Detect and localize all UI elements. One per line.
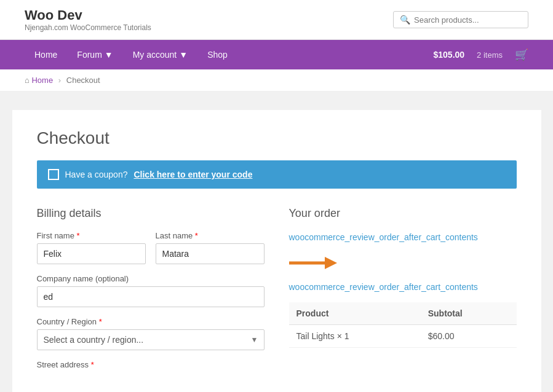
checkout-columns: Billing details First name * Last name * <box>37 207 517 379</box>
last-name-group: Last name * <box>156 231 265 264</box>
name-row: First name * Last name * <box>37 231 265 274</box>
hook-text-1-container: woocommerce_review_order_after_cart_cont… <box>289 231 517 281</box>
nav-left: Home Forum ▼ My account ▼ Shop <box>25 40 237 69</box>
required-star: * <box>77 231 80 240</box>
breadcrumb-separator: › <box>58 76 61 85</box>
chevron-down-icon: ▼ <box>105 50 113 60</box>
nav-item-forum[interactable]: Forum ▼ <box>67 40 122 69</box>
subtotal-cell: $60.00 <box>421 325 517 348</box>
street-label: Street address * <box>37 360 265 369</box>
search-box[interactable]: 🔍 <box>393 11 528 28</box>
last-name-label: Last name * <box>156 231 265 240</box>
site-header: Woo Dev Njengah.com WooCommerce Tutorial… <box>0 0 553 40</box>
coupon-text: Have a coupon? <box>65 170 128 179</box>
coupon-bar: Have a coupon? Click here to enter your … <box>37 160 517 189</box>
cart-icon[interactable]: 🛒 <box>515 48 528 61</box>
cart-total: $105.00 <box>433 50 464 60</box>
billing-section-title: Billing details <box>37 207 265 220</box>
search-input[interactable] <box>414 15 522 25</box>
chevron-down-icon: ▼ <box>179 50 188 60</box>
orange-arrow-icon <box>289 254 338 272</box>
country-group: Country / Region * Select a country / re… <box>37 317 265 350</box>
first-name-input[interactable] <box>37 243 146 264</box>
country-label: Country / Region * <box>37 317 265 326</box>
page-title: Checkout <box>37 128 517 148</box>
breadcrumb-current: Checkout <box>66 76 100 85</box>
required-star: * <box>195 231 198 240</box>
billing-details: Billing details First name * Last name * <box>37 207 265 379</box>
breadcrumb-home-link[interactable]: Home <box>31 76 53 85</box>
required-star: * <box>91 360 94 369</box>
country-select[interactable]: Select a country / region... <box>37 329 265 350</box>
breadcrumb: ⌂ Home › Checkout <box>0 69 553 92</box>
svg-marker-1 <box>325 257 337 269</box>
nav-item-my-account[interactable]: My account ▼ <box>123 40 197 69</box>
coupon-icon <box>48 169 59 180</box>
street-group: Street address * <box>37 360 265 369</box>
company-input[interactable] <box>37 286 265 307</box>
search-icon: 🔍 <box>400 15 410 25</box>
site-branding: Woo Dev Njengah.com WooCommerce Tutorial… <box>25 7 151 32</box>
nav-item-home[interactable]: Home <box>25 40 67 69</box>
last-name-input[interactable] <box>156 243 265 264</box>
home-icon: ⌂ <box>25 76 30 85</box>
site-tagline: Njengah.com WooCommerce Tutorials <box>25 23 151 32</box>
order-table: Product Subtotal Tail Lights × 1 $60.00 <box>289 302 517 348</box>
first-name-group: First name * <box>37 231 146 264</box>
table-row: Tail Lights × 1 $60.00 <box>289 325 517 348</box>
order-details: Your order woocommerce_review_order_afte… <box>289 207 517 379</box>
required-star: * <box>99 317 102 326</box>
product-col-header: Product <box>289 302 421 325</box>
hook-text-1: woocommerce_review_order_after_cart_cont… <box>289 231 478 244</box>
company-label: Company name (optional) <box>37 274 265 283</box>
company-group: Company name (optional) <box>37 274 265 307</box>
subtotal-col-header: Subtotal <box>421 302 517 325</box>
hook-text-2: woocommerce_review_order_after_cart_cont… <box>289 281 517 294</box>
nav-right: $105.00 2 items 🛒 <box>433 48 528 61</box>
product-cell: Tail Lights × 1 <box>289 325 421 348</box>
first-name-label: First name * <box>37 231 146 240</box>
order-section-title: Your order <box>289 207 517 220</box>
country-select-wrapper: Select a country / region... ▼ <box>37 329 265 350</box>
arrow-container <box>289 254 338 272</box>
site-nav: Home Forum ▼ My account ▼ Shop $105.00 2… <box>0 40 553 69</box>
site-title: Woo Dev <box>25 7 151 23</box>
coupon-link[interactable]: Click here to enter your code <box>133 170 252 179</box>
cart-items: 2 items <box>477 50 503 60</box>
main-content: Checkout Have a coupon? Click here to en… <box>12 110 541 392</box>
nav-item-shop[interactable]: Shop <box>197 40 237 69</box>
